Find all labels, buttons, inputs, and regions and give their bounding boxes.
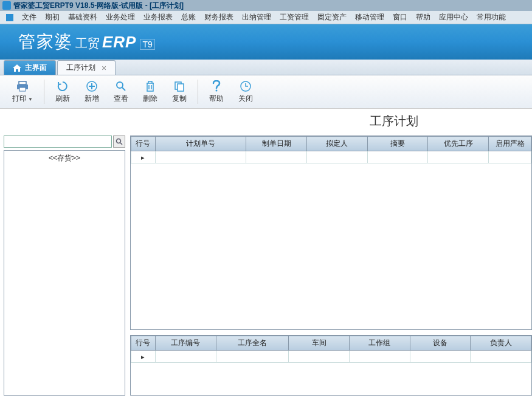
grid-top[interactable]: 行号 计划单号 制单日期 拟定人 摘要 优先工序 启用严格: [131, 136, 531, 163]
cell[interactable]: [410, 351, 471, 363]
col-rownum[interactable]: 行号: [131, 137, 156, 151]
window-titlebar: 管家婆工贸ERPT9 V18.5-网络版-试用版 - [工序计划]: [0, 0, 532, 11]
add-icon: [86, 80, 98, 92]
refresh-icon: [57, 80, 69, 92]
add-button[interactable]: 新增: [77, 78, 106, 106]
svg-point-7: [215, 89, 217, 91]
cell[interactable]: [289, 351, 350, 363]
menu-business-report[interactable]: 业务报表: [140, 11, 176, 24]
view-button[interactable]: 查看: [106, 78, 136, 106]
app-icon: [2, 1, 11, 10]
col-plan-no[interactable]: 计划单号: [155, 137, 246, 151]
cell[interactable]: [489, 151, 531, 163]
search-row: [4, 136, 125, 148]
row-indicator: [131, 151, 156, 163]
menu-initial[interactable]: 期初: [41, 11, 63, 24]
print-icon: [16, 80, 29, 92]
help-label: 帮助: [209, 94, 224, 104]
col-create-date[interactable]: 制单日期: [246, 137, 307, 151]
tree-view[interactable]: <<存货>>: [4, 150, 125, 396]
toolbar-separator: [198, 80, 198, 104]
window-title: 管家婆工贸ERPT9 V18.5-网络版-试用版 - [工序计划]: [13, 0, 184, 11]
col-equipment[interactable]: 设备: [410, 336, 471, 351]
cell[interactable]: [349, 351, 410, 363]
cell[interactable]: [307, 151, 368, 163]
svg-rect-2: [19, 87, 26, 91]
cell[interactable]: [216, 351, 289, 363]
home-icon: [13, 64, 21, 72]
refresh-label: 刷新: [55, 94, 70, 104]
tabbar: 主界面 工序计划 ×: [0, 60, 532, 75]
search-input[interactable]: [4, 136, 112, 148]
help-icon: [210, 80, 223, 92]
menu-fixed-assets[interactable]: 固定资产: [314, 11, 350, 24]
menu-cashier[interactable]: 出纳管理: [238, 11, 275, 24]
col-process-name[interactable]: 工序全名: [216, 336, 289, 351]
cell[interactable]: [428, 151, 489, 163]
col-summary[interactable]: 摘要: [367, 137, 428, 151]
brand-sub: 工贸: [75, 35, 100, 52]
cell[interactable]: [471, 351, 531, 363]
dropdown-arrow-icon: ▼: [28, 97, 33, 102]
row-indicator: [131, 351, 156, 363]
menu-app-center[interactable]: 应用中心: [435, 11, 472, 24]
toolbar-separator: [44, 80, 44, 104]
search-icon: [116, 138, 123, 145]
page-title-area: 工序计划: [0, 109, 532, 133]
menu-window[interactable]: 窗口: [389, 11, 411, 24]
menu-finance-report[interactable]: 财务报表: [201, 11, 237, 24]
cell[interactable]: [155, 151, 246, 163]
grid-bottom-wrap: 行号 工序编号 工序全名 车间 工作组 设备 负责人: [130, 335, 532, 396]
menu-common-functions[interactable]: 常用功能: [473, 11, 510, 24]
page-title: 工序计划: [370, 113, 418, 129]
col-workshop[interactable]: 车间: [289, 336, 350, 351]
grid-bottom[interactable]: 行号 工序编号 工序全名 车间 工作组 设备 负责人: [131, 335, 531, 363]
col-priority-process[interactable]: 优先工序: [428, 137, 489, 151]
menu-mobile[interactable]: 移动管理: [351, 11, 388, 24]
col-drafter[interactable]: 拟定人: [307, 137, 368, 151]
delete-button[interactable]: 删除: [136, 78, 165, 106]
grid-top-wrap: 行号 计划单号 制单日期 拟定人 摘要 优先工序 启用严格: [130, 136, 532, 330]
tab-close-icon[interactable]: ×: [102, 63, 106, 73]
print-button[interactable]: 打印▼: [5, 78, 40, 106]
svg-rect-0: [19, 81, 26, 84]
tab-active-label: 工序计划: [66, 63, 95, 73]
tab-process-plan[interactable]: 工序计划 ×: [57, 60, 116, 75]
copy-label: 复制: [172, 94, 187, 104]
col-workgroup[interactable]: 工作组: [349, 336, 410, 351]
view-icon: [115, 80, 127, 92]
refresh-button[interactable]: 刷新: [48, 78, 77, 106]
cell[interactable]: [155, 351, 216, 363]
col-rownum[interactable]: 行号: [131, 336, 156, 351]
col-strict[interactable]: 启用严格: [489, 137, 531, 151]
menu-help[interactable]: 帮助: [412, 11, 434, 24]
menu-payroll[interactable]: 工资管理: [276, 11, 313, 24]
menubar-icon: [6, 14, 13, 21]
grid-bottom-header-row: 行号 工序编号 工序全名 车间 工作组 设备 负责人: [131, 336, 531, 351]
copy-button[interactable]: 复制: [165, 78, 194, 106]
svg-point-9: [117, 139, 121, 143]
delete-icon: [144, 80, 156, 92]
menu-basic-data[interactable]: 基础资料: [64, 11, 101, 24]
tree-root-item[interactable]: <<存货>>: [5, 152, 123, 165]
help-button[interactable]: 帮助: [202, 78, 231, 106]
cell[interactable]: [246, 151, 307, 163]
delete-label: 删除: [143, 94, 157, 104]
col-process-no[interactable]: 工序编号: [155, 336, 216, 351]
menu-file[interactable]: 文件: [18, 11, 40, 24]
menu-ledger[interactable]: 总账: [178, 11, 199, 24]
brand-banner: 管家婆 工贸 ERP T9: [0, 24, 532, 60]
table-row[interactable]: [131, 351, 531, 363]
tab-home[interactable]: 主界面: [4, 60, 56, 75]
svg-point-4: [117, 82, 123, 88]
cell[interactable]: [367, 151, 428, 163]
menu-business-process[interactable]: 业务处理: [102, 11, 139, 24]
search-button[interactable]: [113, 136, 125, 148]
tab-home-label: 主界面: [25, 63, 47, 73]
tree-root-label: <<存货>>: [49, 153, 80, 163]
svg-rect-6: [178, 84, 184, 91]
content-area: <<存货>> 行号 计划单号 制单日期 拟定人 摘要 优先工序 启用严格: [0, 133, 532, 398]
close-button[interactable]: 关闭: [231, 78, 260, 106]
col-responsible[interactable]: 负责人: [471, 336, 531, 351]
table-row[interactable]: [131, 151, 531, 163]
